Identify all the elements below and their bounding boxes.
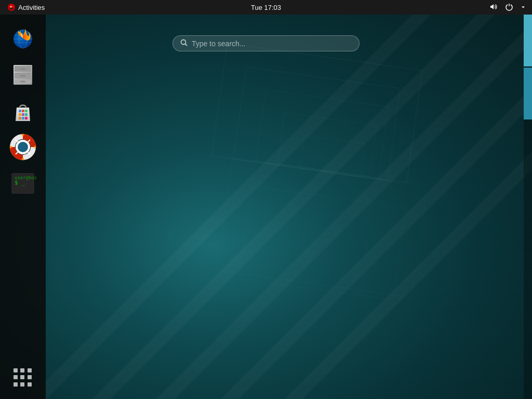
dock-item-help[interactable] bbox=[6, 130, 40, 164]
svg-text:user@host: user@host bbox=[15, 175, 36, 180]
background-shapes bbox=[0, 15, 532, 399]
dock-show-apps[interactable] bbox=[6, 361, 40, 395]
dock: $ _ user@host bbox=[0, 15, 46, 399]
svg-line-2 bbox=[185, 44, 188, 46]
power-icon[interactable] bbox=[503, 2, 515, 14]
dock-item-terminal[interactable]: $ _ user@host bbox=[6, 166, 40, 201]
search-icon bbox=[180, 39, 188, 48]
svg-rect-18 bbox=[19, 110, 21, 112]
apps-grid-icon bbox=[14, 368, 32, 387]
svg-point-29 bbox=[18, 142, 28, 152]
svg-rect-17 bbox=[20, 81, 25, 83]
svg-rect-16 bbox=[20, 75, 25, 77]
files-icon bbox=[9, 61, 36, 88]
dock-item-files[interactable] bbox=[6, 57, 40, 91]
dropdown-icon[interactable] bbox=[518, 2, 528, 12]
activities-button[interactable]: Activities bbox=[3, 2, 49, 12]
terminal-icon: $ _ user@host bbox=[9, 170, 36, 197]
topbar: Activities Tue 17:03 bbox=[0, 0, 532, 15]
redhat-logo-icon bbox=[7, 3, 16, 11]
desktop bbox=[0, 15, 532, 399]
help-icon bbox=[9, 134, 36, 161]
firefox-icon bbox=[9, 24, 36, 51]
svg-rect-20 bbox=[25, 110, 28, 112]
svg-rect-22 bbox=[22, 113, 24, 116]
topbar-right bbox=[487, 2, 532, 14]
search-box bbox=[172, 35, 360, 51]
svg-rect-24 bbox=[19, 117, 21, 119]
topbar-left: Activities bbox=[0, 2, 49, 12]
activities-label: Activities bbox=[18, 4, 45, 11]
volume-icon[interactable] bbox=[487, 2, 500, 14]
workspace-1-thumb[interactable] bbox=[524, 15, 532, 66]
svg-rect-19 bbox=[22, 110, 24, 112]
search-input[interactable] bbox=[192, 39, 352, 48]
search-container bbox=[172, 35, 360, 51]
svg-rect-21 bbox=[19, 113, 21, 116]
svg-rect-25 bbox=[22, 117, 24, 119]
workspace-panel bbox=[524, 15, 532, 399]
dock-item-firefox[interactable] bbox=[6, 21, 40, 55]
svg-rect-15 bbox=[20, 69, 25, 70]
svg-rect-26 bbox=[25, 117, 28, 119]
svg-point-1 bbox=[181, 40, 186, 45]
topbar-datetime[interactable]: Tue 17:03 bbox=[251, 4, 281, 11]
svg-point-0 bbox=[8, 4, 15, 11]
software-icon bbox=[9, 97, 36, 124]
workspace-2-thumb[interactable] bbox=[524, 68, 532, 119]
datetime-display: Tue 17:03 bbox=[251, 4, 281, 11]
svg-rect-23 bbox=[25, 113, 28, 116]
dock-item-software[interactable] bbox=[6, 94, 40, 128]
